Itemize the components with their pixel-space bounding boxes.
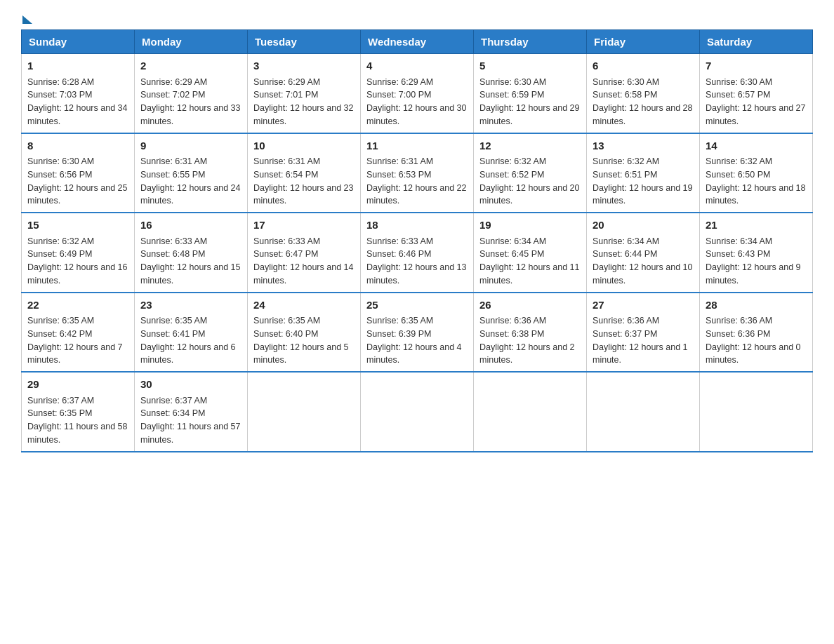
day-info: Sunrise: 6:31 AMSunset: 6:53 PMDaylight:… xyxy=(366,155,468,208)
calendar-cell xyxy=(474,372,587,452)
logo-triangle-icon xyxy=(22,15,32,24)
day-number: 3 xyxy=(253,58,355,74)
day-number: 4 xyxy=(366,58,468,74)
col-header-sunday: Sunday xyxy=(22,30,135,54)
day-number: 28 xyxy=(706,297,807,314)
calendar-week-row: 29Sunrise: 6:37 AMSunset: 6:35 PMDayligh… xyxy=(22,372,813,452)
calendar-table: SundayMondayTuesdayWednesdayThursdayFrid… xyxy=(21,29,813,452)
calendar-cell: 13Sunrise: 6:32 AMSunset: 6:51 PMDayligh… xyxy=(587,133,700,213)
calendar-cell: 20Sunrise: 6:34 AMSunset: 6:44 PMDayligh… xyxy=(587,213,700,293)
day-number: 30 xyxy=(140,377,241,393)
day-number: 11 xyxy=(366,138,468,154)
day-number: 8 xyxy=(27,138,128,154)
day-info: Sunrise: 6:37 AMSunset: 6:34 PMDaylight:… xyxy=(140,394,241,447)
calendar-cell: 6Sunrise: 6:30 AMSunset: 6:58 PMDaylight… xyxy=(587,54,700,133)
day-info: Sunrise: 6:36 AMSunset: 6:38 PMDaylight:… xyxy=(479,314,581,367)
calendar-cell: 26Sunrise: 6:36 AMSunset: 6:38 PMDayligh… xyxy=(474,293,587,373)
day-number: 25 xyxy=(366,297,468,314)
day-number: 12 xyxy=(479,138,581,154)
day-number: 2 xyxy=(140,58,241,74)
day-info: Sunrise: 6:29 AMSunset: 7:02 PMDaylight:… xyxy=(140,76,241,128)
day-number: 1 xyxy=(27,58,128,74)
day-info: Sunrise: 6:31 AMSunset: 6:54 PMDaylight:… xyxy=(253,155,355,208)
calendar-cell xyxy=(248,372,361,452)
day-info: Sunrise: 6:30 AMSunset: 6:59 PMDaylight:… xyxy=(479,76,581,128)
day-number: 9 xyxy=(140,138,241,154)
day-number: 22 xyxy=(27,297,128,314)
day-info: Sunrise: 6:33 AMSunset: 6:47 PMDaylight:… xyxy=(253,235,355,288)
day-info: Sunrise: 6:35 AMSunset: 6:42 PMDaylight:… xyxy=(27,314,128,367)
day-info: Sunrise: 6:32 AMSunset: 6:49 PMDaylight:… xyxy=(27,235,128,288)
calendar-cell: 27Sunrise: 6:36 AMSunset: 6:37 PMDayligh… xyxy=(587,293,700,373)
day-number: 24 xyxy=(253,297,355,314)
day-info: Sunrise: 6:35 AMSunset: 6:41 PMDaylight:… xyxy=(140,314,241,367)
calendar-cell: 18Sunrise: 6:33 AMSunset: 6:46 PMDayligh… xyxy=(361,213,474,293)
calendar-cell: 2Sunrise: 6:29 AMSunset: 7:02 PMDaylight… xyxy=(135,54,248,133)
day-info: Sunrise: 6:33 AMSunset: 6:46 PMDaylight:… xyxy=(366,235,468,288)
day-info: Sunrise: 6:32 AMSunset: 6:50 PMDaylight:… xyxy=(706,155,807,208)
day-info: Sunrise: 6:33 AMSunset: 6:48 PMDaylight:… xyxy=(140,235,241,288)
calendar-week-row: 22Sunrise: 6:35 AMSunset: 6:42 PMDayligh… xyxy=(22,293,813,373)
calendar-cell: 10Sunrise: 6:31 AMSunset: 6:54 PMDayligh… xyxy=(248,133,361,213)
day-info: Sunrise: 6:30 AMSunset: 6:57 PMDaylight:… xyxy=(706,76,807,128)
calendar-cell: 11Sunrise: 6:31 AMSunset: 6:53 PMDayligh… xyxy=(361,133,474,213)
calendar-cell xyxy=(587,372,700,452)
day-number: 13 xyxy=(593,138,694,154)
day-number: 17 xyxy=(253,217,355,234)
page-header xyxy=(21,14,813,22)
calendar-week-row: 15Sunrise: 6:32 AMSunset: 6:49 PMDayligh… xyxy=(22,213,813,293)
calendar-cell: 14Sunrise: 6:32 AMSunset: 6:50 PMDayligh… xyxy=(700,133,813,213)
calendar-cell: 17Sunrise: 6:33 AMSunset: 6:47 PMDayligh… xyxy=(248,213,361,293)
calendar-cell: 30Sunrise: 6:37 AMSunset: 6:34 PMDayligh… xyxy=(135,372,248,452)
day-number: 18 xyxy=(366,217,468,234)
day-info: Sunrise: 6:36 AMSunset: 6:37 PMDaylight:… xyxy=(593,314,694,367)
day-number: 26 xyxy=(479,297,581,314)
day-number: 29 xyxy=(27,377,128,393)
day-info: Sunrise: 6:34 AMSunset: 6:43 PMDaylight:… xyxy=(706,235,807,288)
calendar-cell: 1Sunrise: 6:28 AMSunset: 7:03 PMDaylight… xyxy=(22,54,135,133)
calendar-week-row: 8Sunrise: 6:30 AMSunset: 6:56 PMDaylight… xyxy=(22,133,813,213)
day-number: 21 xyxy=(706,217,807,234)
calendar-cell xyxy=(700,372,813,452)
calendar-cell: 5Sunrise: 6:30 AMSunset: 6:59 PMDaylight… xyxy=(474,54,587,133)
col-header-thursday: Thursday xyxy=(474,30,587,54)
calendar-cell: 25Sunrise: 6:35 AMSunset: 6:39 PMDayligh… xyxy=(361,293,474,373)
calendar-cell: 4Sunrise: 6:29 AMSunset: 7:00 PMDaylight… xyxy=(361,54,474,133)
day-number: 7 xyxy=(706,58,807,74)
day-info: Sunrise: 6:29 AMSunset: 7:00 PMDaylight:… xyxy=(366,76,468,128)
day-info: Sunrise: 6:34 AMSunset: 6:45 PMDaylight:… xyxy=(479,235,581,288)
calendar-cell: 29Sunrise: 6:37 AMSunset: 6:35 PMDayligh… xyxy=(22,372,135,452)
calendar-cell: 9Sunrise: 6:31 AMSunset: 6:55 PMDaylight… xyxy=(135,133,248,213)
logo xyxy=(21,14,34,22)
day-info: Sunrise: 6:29 AMSunset: 7:01 PMDaylight:… xyxy=(253,76,355,128)
col-header-friday: Friday xyxy=(587,30,700,54)
day-number: 23 xyxy=(140,297,241,314)
day-number: 15 xyxy=(27,217,128,234)
calendar-header-row: SundayMondayTuesdayWednesdayThursdayFrid… xyxy=(22,30,813,54)
day-info: Sunrise: 6:35 AMSunset: 6:39 PMDaylight:… xyxy=(366,314,468,367)
day-info: Sunrise: 6:36 AMSunset: 6:36 PMDaylight:… xyxy=(706,314,807,367)
col-header-saturday: Saturday xyxy=(700,30,813,54)
calendar-cell: 7Sunrise: 6:30 AMSunset: 6:57 PMDaylight… xyxy=(700,54,813,133)
day-number: 6 xyxy=(593,58,694,74)
day-info: Sunrise: 6:30 AMSunset: 6:58 PMDaylight:… xyxy=(593,76,694,128)
calendar-cell: 24Sunrise: 6:35 AMSunset: 6:40 PMDayligh… xyxy=(248,293,361,373)
day-number: 16 xyxy=(140,217,241,234)
col-header-tuesday: Tuesday xyxy=(248,30,361,54)
day-info: Sunrise: 6:32 AMSunset: 6:51 PMDaylight:… xyxy=(593,155,694,208)
day-info: Sunrise: 6:31 AMSunset: 6:55 PMDaylight:… xyxy=(140,155,241,208)
calendar-cell: 12Sunrise: 6:32 AMSunset: 6:52 PMDayligh… xyxy=(474,133,587,213)
calendar-cell: 8Sunrise: 6:30 AMSunset: 6:56 PMDaylight… xyxy=(22,133,135,213)
calendar-week-row: 1Sunrise: 6:28 AMSunset: 7:03 PMDaylight… xyxy=(22,54,813,133)
day-info: Sunrise: 6:34 AMSunset: 6:44 PMDaylight:… xyxy=(593,235,694,288)
calendar-cell: 19Sunrise: 6:34 AMSunset: 6:45 PMDayligh… xyxy=(474,213,587,293)
day-info: Sunrise: 6:35 AMSunset: 6:40 PMDaylight:… xyxy=(253,314,355,367)
day-number: 10 xyxy=(253,138,355,154)
day-info: Sunrise: 6:28 AMSunset: 7:03 PMDaylight:… xyxy=(27,76,128,128)
calendar-cell: 15Sunrise: 6:32 AMSunset: 6:49 PMDayligh… xyxy=(22,213,135,293)
calendar-cell: 28Sunrise: 6:36 AMSunset: 6:36 PMDayligh… xyxy=(700,293,813,373)
day-number: 20 xyxy=(593,217,694,234)
day-number: 19 xyxy=(479,217,581,234)
day-number: 5 xyxy=(479,58,581,74)
col-header-monday: Monday xyxy=(135,30,248,54)
